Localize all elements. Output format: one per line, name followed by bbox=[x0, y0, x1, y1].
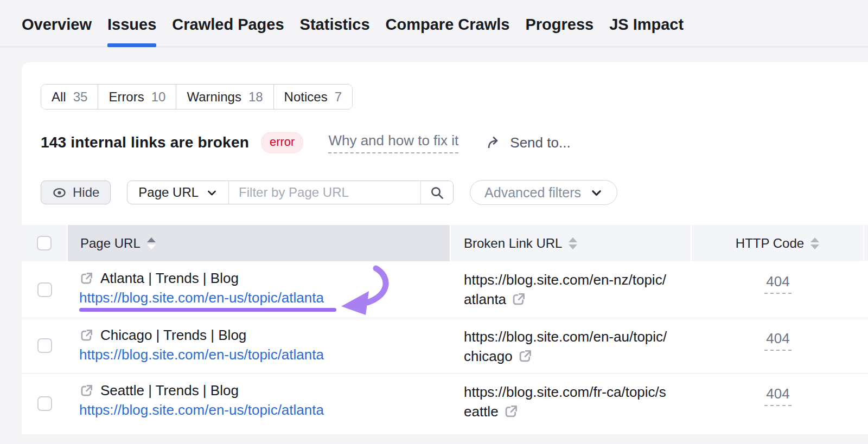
top-nav: Overview Issues Crawled Pages Statistics… bbox=[0, 0, 868, 47]
filter-errors-label: Errors bbox=[108, 89, 144, 105]
table-row: Seattle | Trends | Blog https://blog.sit… bbox=[22, 373, 868, 434]
sort-icon bbox=[569, 237, 577, 249]
tab-overview[interactable]: Overview bbox=[22, 16, 92, 47]
page-title: Chicago | Trends | Blog bbox=[100, 325, 246, 345]
http-code-cell: 404 bbox=[692, 374, 864, 434]
select-all-cell bbox=[22, 225, 68, 261]
chevron-down-icon bbox=[590, 186, 603, 199]
column-header-next bbox=[864, 225, 868, 261]
filter-field-value: Page URL bbox=[138, 185, 199, 200]
filter-notices-count: 7 bbox=[335, 89, 342, 105]
filter-warnings[interactable]: Warnings 18 bbox=[176, 85, 273, 109]
why-and-how-link[interactable]: Why and how to fix it bbox=[328, 132, 458, 153]
severity-filter-group: All 35 Errors 10 Warnings 18 Notices 7 bbox=[41, 84, 353, 110]
tab-crawled-pages[interactable]: Crawled Pages bbox=[172, 16, 284, 47]
page-url-header-label: Page URL bbox=[80, 236, 141, 251]
tab-compare-crawls[interactable]: Compare Crawls bbox=[386, 16, 510, 47]
tab-statistics[interactable]: Statistics bbox=[300, 16, 370, 47]
http-code-value[interactable]: 404 bbox=[764, 273, 791, 294]
row-checkbox[interactable] bbox=[37, 396, 52, 411]
advanced-filters-label: Advanced filters bbox=[484, 185, 581, 201]
page-title: Seattle | Trends | Blog bbox=[100, 381, 239, 400]
external-link-icon[interactable] bbox=[79, 383, 94, 398]
tab-issues[interactable]: Issues bbox=[107, 16, 156, 47]
send-to-button[interactable]: Send to... bbox=[487, 134, 570, 151]
hide-button[interactable]: Hide bbox=[41, 181, 111, 204]
select-all-checkbox[interactable] bbox=[37, 236, 52, 250]
page-url-cell: Atlanta | Trends | Blog https://blog.sit… bbox=[68, 261, 451, 318]
table-header-row: Page URL Broken Link URL HTTP Code bbox=[22, 225, 868, 261]
filter-field-dropdown[interactable]: Page URL bbox=[127, 181, 229, 204]
http-code-value[interactable]: 404 bbox=[764, 385, 791, 406]
row-checkbox-cell bbox=[22, 374, 68, 434]
page-url-cell: Seattle | Trends | Blog https://blog.sit… bbox=[68, 374, 451, 434]
broken-links-table: Page URL Broken Link URL HTTP Code bbox=[22, 225, 868, 434]
send-arrow-icon bbox=[487, 136, 503, 150]
search-icon bbox=[430, 185, 444, 200]
broken-link-url: https://blog.site.com/en-au/topic/chicag… bbox=[464, 329, 667, 364]
filter-all-label: All bbox=[52, 89, 66, 105]
page-url-link[interactable]: https://blog.site.com/en-us/topic/atlant… bbox=[79, 288, 324, 307]
page-url-link[interactable]: https://blog.site.com/en-us/topic/atlant… bbox=[79, 400, 324, 420]
tab-js-impact[interactable]: JS Impact bbox=[609, 16, 684, 47]
filter-warnings-label: Warnings bbox=[187, 89, 241, 105]
table-controls: Hide Page URL bbox=[41, 181, 617, 204]
external-link-icon[interactable] bbox=[503, 404, 519, 419]
filter-input[interactable] bbox=[229, 181, 420, 204]
external-link-icon[interactable] bbox=[79, 271, 94, 286]
filter-all-count: 35 bbox=[73, 89, 88, 105]
broken-link-url-header-label: Broken Link URL bbox=[464, 236, 562, 251]
external-link-icon[interactable] bbox=[79, 328, 94, 343]
issues-panel: All 35 Errors 10 Warnings 18 Notices 7 1… bbox=[22, 62, 868, 434]
broken-link-url: https://blog.site.com/en-nz/topic/atlant… bbox=[464, 272, 666, 307]
search-button[interactable] bbox=[420, 181, 453, 204]
external-link-icon[interactable] bbox=[511, 292, 526, 307]
row-checkbox[interactable] bbox=[37, 338, 52, 353]
filter-notices[interactable]: Notices 7 bbox=[274, 85, 352, 109]
http-code-cell: 404 bbox=[692, 318, 864, 373]
tab-progress[interactable]: Progress bbox=[525, 16, 593, 47]
page-title: Atlanta | Trends | Blog bbox=[100, 268, 239, 288]
column-header-http-code[interactable]: HTTP Code bbox=[692, 225, 864, 261]
page-url-link[interactable]: https://blog.site.com/en-us/topic/atlant… bbox=[79, 345, 324, 364]
error-badge: error bbox=[261, 132, 303, 153]
filter-notices-label: Notices bbox=[284, 89, 328, 105]
chevron-down-icon bbox=[206, 187, 218, 198]
broken-link-cell: https://blog.site.com/en-nz/topic/atlant… bbox=[451, 261, 692, 318]
url-filter-group: Page URL bbox=[127, 181, 454, 204]
issue-heading-row: 143 internal links are broken error Why … bbox=[41, 132, 571, 153]
column-header-broken-link-url[interactable]: Broken Link URL bbox=[451, 225, 692, 261]
eye-icon bbox=[52, 185, 67, 200]
advanced-filters-button[interactable]: Advanced filters bbox=[470, 180, 617, 205]
external-link-icon[interactable] bbox=[518, 349, 533, 364]
issue-title: 143 internal links are broken bbox=[41, 134, 249, 151]
filter-all[interactable]: All 35 bbox=[41, 85, 98, 109]
send-to-label: Send to... bbox=[510, 134, 570, 151]
table-row: Atlanta | Trends | Blog https://blog.sit… bbox=[22, 261, 868, 318]
http-code-value[interactable]: 404 bbox=[764, 330, 791, 351]
broken-link-cell: https://blog.site.com/en-au/topic/chicag… bbox=[451, 318, 692, 373]
filter-warnings-count: 18 bbox=[248, 89, 263, 105]
page-url-cell: Chicago | Trends | Blog https://blog.sit… bbox=[68, 318, 451, 373]
filter-errors[interactable]: Errors 10 bbox=[98, 85, 176, 109]
filter-errors-count: 10 bbox=[151, 89, 166, 105]
hide-button-label: Hide bbox=[73, 185, 99, 200]
http-code-cell: 404 bbox=[692, 261, 864, 318]
http-code-header-label: HTTP Code bbox=[736, 236, 804, 251]
row-checkbox[interactable] bbox=[37, 282, 52, 297]
broken-link-cell: https://blog.site.com/fr-ca/topic/seattl… bbox=[451, 374, 692, 434]
table-row: Chicago | Trends | Blog https://blog.sit… bbox=[22, 318, 868, 373]
row-checkbox-cell bbox=[22, 318, 68, 373]
sort-icon bbox=[147, 237, 156, 249]
row-checkbox-cell bbox=[22, 261, 68, 318]
broken-link-url: https://blog.site.com/fr-ca/topic/seattl… bbox=[464, 384, 666, 420]
sort-icon bbox=[810, 237, 819, 249]
column-header-page-url[interactable]: Page URL bbox=[68, 225, 451, 261]
